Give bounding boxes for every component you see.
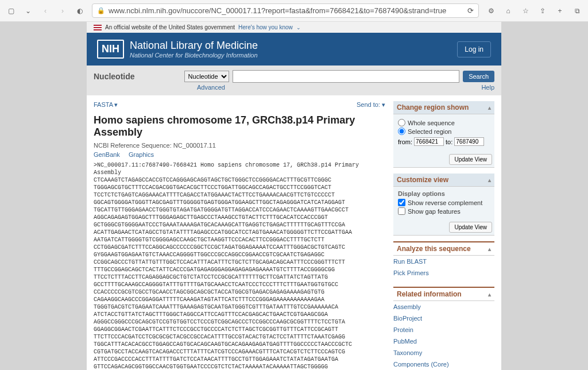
- whole-sequence-radio[interactable]: Whole sequence: [398, 119, 490, 126]
- lock-icon: 🔒: [97, 7, 105, 14]
- share-icon[interactable]: ⇪: [537, 6, 548, 16]
- new-tab-icon[interactable]: +: [555, 6, 565, 16]
- update-view-button[interactable]: Update View: [449, 222, 492, 233]
- gear-icon[interactable]: ⚙: [486, 6, 496, 16]
- display-options-label: Display options: [398, 190, 490, 197]
- dropdown-icon[interactable]: ⌄: [23, 6, 33, 16]
- sidebar-toggle-icon[interactable]: ▢: [6, 6, 16, 16]
- analyze-header: Analyze this sequence: [397, 245, 471, 253]
- related-link[interactable]: PubMed: [393, 336, 494, 347]
- tabs-icon[interactable]: ⧉: [572, 6, 582, 16]
- us-flag-icon: [94, 25, 102, 30]
- related-header: Related information: [397, 290, 462, 298]
- search-input[interactable]: [233, 70, 460, 83]
- database-select[interactable]: Nucleotide: [184, 71, 229, 82]
- record-title: Homo sapiens chromosome 17, GRCh38.p14 P…: [94, 114, 385, 138]
- reload-icon[interactable]: ⟳: [467, 6, 474, 15]
- from-label: from:: [398, 138, 412, 145]
- collapse-icon[interactable]: ▴: [488, 177, 491, 183]
- reference-sequence: NCBI Reference Sequence: NC_000017.11: [94, 142, 385, 149]
- selected-region-radio[interactable]: Selected region: [398, 128, 490, 135]
- collapse-icon[interactable]: ▴: [488, 105, 491, 111]
- genbank-link[interactable]: GenBank: [94, 151, 120, 158]
- region-header: Change region shown: [397, 103, 469, 111]
- collapse-icon[interactable]: ▴: [488, 291, 491, 298]
- url-text: www.ncbi.nlm.nih.gov/nuccore/NC_000017.1…: [109, 6, 464, 15]
- related-link[interactable]: Protein: [393, 324, 494, 336]
- gov-banner-text: An official website of the United States…: [105, 24, 235, 30]
- related-link[interactable]: Components (Core): [393, 359, 494, 370]
- nlm-title[interactable]: National Library of Medicine: [130, 40, 258, 52]
- collapse-icon[interactable]: ▴: [488, 246, 491, 252]
- update-view-button[interactable]: Update View: [449, 154, 492, 165]
- database-label: Nucleotide: [94, 72, 135, 81]
- related-link[interactable]: BioProject: [393, 313, 494, 324]
- run-blast-link[interactable]: Run BLAST: [393, 256, 494, 267]
- from-input[interactable]: [414, 137, 444, 146]
- nlm-subtitle: National Center for Biotechnology Inform…: [130, 52, 258, 59]
- gov-banner-link[interactable]: Here's how you know: [238, 24, 293, 30]
- star-icon[interactable]: ☆: [520, 6, 531, 16]
- to-input[interactable]: [454, 137, 484, 146]
- login-button[interactable]: Log in: [457, 41, 491, 57]
- graphics-link[interactable]: Graphics: [129, 151, 154, 158]
- advanced-link[interactable]: Advanced: [197, 84, 225, 91]
- customize-header: Customize view: [397, 176, 448, 184]
- home-icon[interactable]: ⌂: [503, 6, 513, 16]
- related-link[interactable]: Assembly: [393, 301, 494, 313]
- nih-logo[interactable]: NIH: [97, 40, 124, 59]
- fasta-sequence: >NC_000017.11:c7687490-7668421 Homo sapi…: [94, 161, 385, 370]
- shield-icon[interactable]: ◐: [75, 6, 85, 16]
- url-bar[interactable]: 🔒 www.ncbi.nlm.nih.gov/nuccore/NC_000017…: [92, 3, 479, 18]
- search-button[interactable]: Search: [463, 71, 494, 82]
- send-to-link[interactable]: Send to: ▾: [357, 101, 385, 109]
- reverse-complement-checkbox[interactable]: Show reverse complement: [398, 199, 490, 206]
- related-link[interactable]: Taxonomy: [393, 347, 494, 359]
- help-link[interactable]: Help: [481, 84, 494, 91]
- to-label: to:: [446, 138, 452, 145]
- fasta-format-link[interactable]: FASTA ▾: [94, 101, 118, 109]
- forward-icon: ›: [57, 6, 68, 16]
- gov-banner: An official website of the United States…: [87, 22, 501, 33]
- chevron-down-icon[interactable]: ⌄: [296, 25, 301, 30]
- gap-features-checkbox[interactable]: Show gap features: [398, 207, 490, 215]
- pick-primers-link[interactable]: Pick Primers: [393, 267, 494, 279]
- back-icon[interactable]: ‹: [40, 6, 51, 16]
